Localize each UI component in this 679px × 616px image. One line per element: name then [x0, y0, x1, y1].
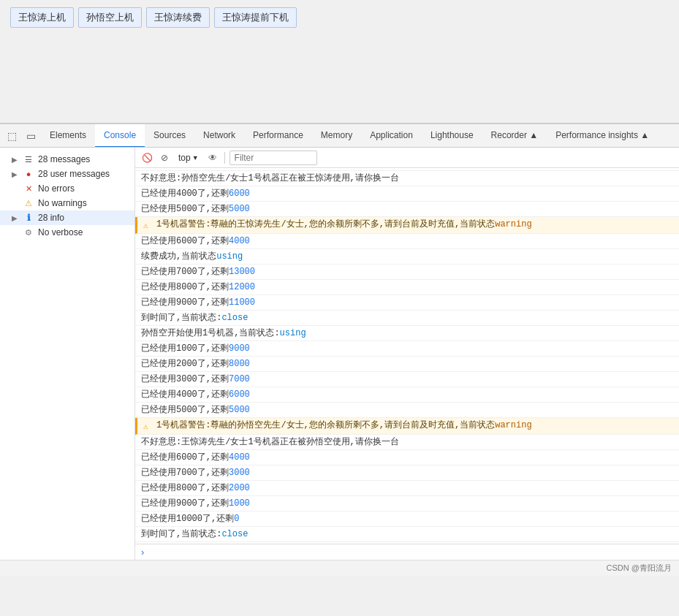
tab-application[interactable]: Application: [361, 124, 422, 148]
tab-memory[interactable]: Memory: [312, 124, 361, 148]
tab-elements[interactable]: Elements: [41, 124, 95, 148]
console-input-row: ›: [135, 544, 679, 560]
console-text: 已经使用9000了,还剩: [141, 296, 229, 309]
filter-input[interactable]: [230, 151, 317, 165]
sidebar-item-messages[interactable]: ▶ ☰ 28 messages: [0, 152, 134, 167]
console-text: 已经使用3000了,还剩: [141, 373, 229, 386]
tab-console[interactable]: Console: [95, 124, 145, 148]
console-text: 已经使用9000了,还剩: [141, 497, 229, 510]
console-text: 孙悟空开始使用1号机器,当前状态:: [141, 327, 280, 340]
console-text: 已经使用8000了,还剩: [141, 482, 229, 495]
console-highlight: 7000: [229, 168, 250, 170]
console-line: 已经使用7000了,还剩13000: [135, 265, 679, 280]
console-highlight: 11000: [229, 296, 255, 309]
console-text: 已经使用4000了,还剩: [141, 187, 229, 200]
info-icon: ℹ: [23, 213, 34, 223]
console-text: 续费成功,当前状态: [141, 250, 216, 263]
sidebar-item-warnings[interactable]: ▶ ⚠ No warnings: [0, 196, 134, 210]
console-line: 已经使用8000了,还剩12000: [135, 280, 679, 295]
top-level-select[interactable]: top ▼: [175, 151, 202, 164]
console-highlight: 0: [234, 512, 239, 525]
sidebar-user-messages-label: 28 user messages: [38, 169, 129, 179]
console-line: 孙悟空开始使用1号机器,当前状态:using: [135, 326, 679, 341]
tab-performance[interactable]: Performance: [244, 124, 312, 148]
filter-toggle-button[interactable]: ⊘: [157, 151, 172, 165]
console-highlight: warning: [495, 419, 531, 432]
device-icon[interactable]: ▭: [22, 127, 39, 145]
tab-lighthouse[interactable]: Lighthouse: [422, 124, 482, 148]
verbose-icon: ⚙: [23, 227, 34, 237]
console-line: 已经使用7000了,还剩3000: [135, 465, 679, 481]
console-line: 已经使用9000了,还剩11000: [135, 295, 679, 311]
console-text: 已经使用8000了,还剩: [141, 281, 229, 294]
console-main: 🚫 ⊘ top ▼ 👁 王惊涛开始使用1号机器,当前状态:using已经使用10…: [135, 148, 679, 560]
sidebar-item-verbose[interactable]: ▶ ⚙ No verbose: [0, 225, 134, 240]
console-highlight: 6000: [229, 187, 250, 200]
sidebar-item-user-messages[interactable]: ▶ ● 28 user messages: [0, 167, 134, 181]
btn-wjt-on[interactable]: 王惊涛上机: [10, 7, 74, 28]
console-highlight: 6000: [229, 388, 250, 401]
error-icon: ✕: [23, 183, 34, 194]
sidebar-messages-label: 28 messages: [38, 154, 129, 164]
console-line: 已经使用2000了,还剩8000: [135, 357, 679, 372]
console-highlight: 4000: [229, 235, 250, 248]
console-highlight: 9000: [229, 342, 250, 355]
sidebar-errors-label: No errors: [38, 183, 129, 194]
console-highlight: close: [221, 311, 248, 324]
console-text: 已经使用6000了,还剩: [141, 235, 229, 248]
console-highlight: close: [221, 528, 248, 541]
console-highlight: 13000: [229, 265, 255, 278]
console-text: 已经使用5000了,还剩: [141, 403, 229, 417]
console-highlight: 5000: [229, 202, 250, 216]
console-text: 已经使用4000了,还剩: [141, 388, 229, 401]
console-text: 不好意思:王惊涛先生/女士1号机器正在被孙悟空使用,请你换一台: [141, 436, 399, 449]
eye-icon-button[interactable]: 👁: [205, 151, 220, 165]
console-line: 已经使用9000了,还剩1000: [135, 496, 679, 512]
devtools-tabs-bar: ⬚ ▭ Elements Console Sources Network Per…: [0, 124, 679, 148]
console-line: 已经使用5000了,还剩5000: [135, 202, 679, 217]
btn-swk-on[interactable]: 孙悟空上机: [78, 7, 142, 28]
console-text: 1号机器警告:尊融的孙悟空先生/女士,您的余额所剩不多,请到台前及时充值,当前状…: [156, 419, 495, 432]
tab-network[interactable]: Network: [194, 124, 244, 148]
bottom-bar: CSDN @青阳流月: [0, 560, 679, 576]
console-output: 王惊涛开始使用1号机器,当前状态:using已经使用1000了,还剩9000已经…: [135, 168, 679, 544]
console-text: 到时间了,当前状态:: [141, 528, 221, 541]
console-input-field[interactable]: [147, 547, 673, 558]
clear-console-button[interactable]: 🚫: [140, 151, 154, 165]
console-text: 已经使用7000了,还剩: [141, 466, 229, 479]
messages-icon: ☰: [23, 154, 34, 164]
console-line: 已经使用6000了,还剩4000: [135, 450, 679, 465]
console-text: 已经使用3000了,还剩: [141, 168, 229, 170]
tab-perf-insights[interactable]: Performance insights ▲: [547, 124, 658, 148]
devtools-body: ▶ ☰ 28 messages ▶ ● 28 user messages ▶ ✕…: [0, 148, 679, 560]
console-line: 已经使用4000了,还剩6000: [135, 387, 679, 403]
sidebar-info-label: 28 info: [38, 213, 129, 223]
console-highlight: using: [216, 250, 243, 263]
sidebar-item-errors[interactable]: ▶ ✕ No errors: [0, 181, 134, 196]
console-text: 已经使用5000了,还剩: [141, 202, 229, 216]
console-line: 不好意思:孙悟空先生/女士1号机器正在被王惊涛使用,请你换一台: [135, 171, 679, 186]
console-highlight: warning: [495, 218, 531, 231]
console-line: 续费成功,当前状态using: [135, 249, 679, 265]
console-line: ⚠1号机器警告:尊融的孙悟空先生/女士,您的余额所剩不多,请到台前及时充值,当前…: [135, 418, 679, 435]
btn-wjt-off[interactable]: 王惊涛提前下机: [214, 7, 297, 28]
inspect-icon[interactable]: ⬚: [3, 127, 20, 145]
console-text: 已经使用2000了,还剩: [141, 357, 229, 370]
top-buttons-area: 王惊涛上机 孙悟空上机 王惊涛续费 王惊涛提前下机: [0, 0, 679, 35]
console-text: 1号机器警告:尊融的王惊涛先生/女士,您的余额所剩不多,请到台前及时充值,当前状…: [156, 218, 495, 231]
console-text: 已经使用7000了,还剩: [141, 265, 229, 278]
console-highlight: using: [280, 327, 306, 340]
page-content-area: [0, 35, 679, 123]
console-text: 已经使用10000了,还剩: [141, 512, 234, 525]
sidebar-item-info[interactable]: ▶ ℹ 28 info: [0, 210, 134, 225]
btn-wjt-pay[interactable]: 王惊涛续费: [146, 7, 210, 28]
console-line: 已经使用4000了,还剩6000: [135, 186, 679, 202]
console-highlight: 8000: [229, 357, 250, 370]
warning-line-icon: ⚠: [143, 420, 153, 433]
warning-icon: ⚠: [23, 198, 34, 208]
console-line: 已经使用3000了,还剩7000: [135, 372, 679, 387]
arrow-info-icon: ▶: [12, 214, 19, 222]
console-line: ⚠1号机器警告:尊融的王惊涛先生/女士,您的余额所剩不多,请到台前及时充值,当前…: [135, 217, 679, 234]
tab-recorder[interactable]: Recorder ▲: [482, 124, 547, 148]
tab-sources[interactable]: Sources: [145, 124, 194, 148]
